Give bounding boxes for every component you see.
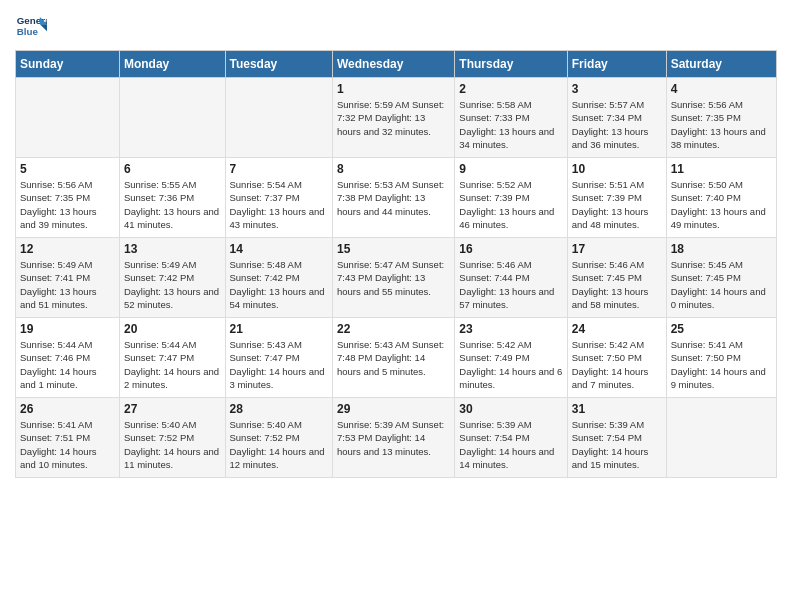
calendar-cell: 24Sunrise: 5:42 AM Sunset: 7:50 PM Dayli… — [567, 318, 666, 398]
calendar-cell: 14Sunrise: 5:48 AM Sunset: 7:42 PM Dayli… — [225, 238, 332, 318]
day-info: Sunrise: 5:53 AM Sunset: 7:38 PM Dayligh… — [337, 178, 450, 218]
calendar-cell: 5Sunrise: 5:56 AM Sunset: 7:35 PM Daylig… — [16, 158, 120, 238]
day-number: 15 — [337, 242, 450, 256]
day-number: 24 — [572, 322, 662, 336]
day-info: Sunrise: 5:51 AM Sunset: 7:39 PM Dayligh… — [572, 178, 662, 231]
day-number: 31 — [572, 402, 662, 416]
header-day-friday: Friday — [567, 51, 666, 78]
calendar-cell — [119, 78, 225, 158]
day-number: 2 — [459, 82, 562, 96]
day-number: 9 — [459, 162, 562, 176]
day-info: Sunrise: 5:45 AM Sunset: 7:45 PM Dayligh… — [671, 258, 772, 311]
week-row-4: 26Sunrise: 5:41 AM Sunset: 7:51 PM Dayli… — [16, 398, 777, 478]
calendar-cell: 29Sunrise: 5:39 AM Sunset: 7:53 PM Dayli… — [332, 398, 454, 478]
calendar-cell — [666, 398, 776, 478]
day-info: Sunrise: 5:49 AM Sunset: 7:41 PM Dayligh… — [20, 258, 115, 311]
svg-text:Blue: Blue — [17, 26, 39, 37]
calendar-cell: 8Sunrise: 5:53 AM Sunset: 7:38 PM Daylig… — [332, 158, 454, 238]
calendar-cell: 26Sunrise: 5:41 AM Sunset: 7:51 PM Dayli… — [16, 398, 120, 478]
calendar-cell: 19Sunrise: 5:44 AM Sunset: 7:46 PM Dayli… — [16, 318, 120, 398]
day-info: Sunrise: 5:44 AM Sunset: 7:47 PM Dayligh… — [124, 338, 221, 391]
calendar-cell: 28Sunrise: 5:40 AM Sunset: 7:52 PM Dayli… — [225, 398, 332, 478]
calendar-cell: 9Sunrise: 5:52 AM Sunset: 7:39 PM Daylig… — [455, 158, 567, 238]
calendar-table: SundayMondayTuesdayWednesdayThursdayFrid… — [15, 50, 777, 478]
day-info: Sunrise: 5:39 AM Sunset: 7:54 PM Dayligh… — [572, 418, 662, 471]
day-info: Sunrise: 5:42 AM Sunset: 7:49 PM Dayligh… — [459, 338, 562, 391]
calendar-cell: 2Sunrise: 5:58 AM Sunset: 7:33 PM Daylig… — [455, 78, 567, 158]
calendar-cell — [16, 78, 120, 158]
calendar-cell: 22Sunrise: 5:43 AM Sunset: 7:48 PM Dayli… — [332, 318, 454, 398]
day-number: 26 — [20, 402, 115, 416]
day-number: 6 — [124, 162, 221, 176]
day-number: 17 — [572, 242, 662, 256]
header-day-monday: Monday — [119, 51, 225, 78]
day-info: Sunrise: 5:52 AM Sunset: 7:39 PM Dayligh… — [459, 178, 562, 231]
day-number: 19 — [20, 322, 115, 336]
day-info: Sunrise: 5:39 AM Sunset: 7:53 PM Dayligh… — [337, 418, 450, 458]
day-number: 25 — [671, 322, 772, 336]
logo: General Blue — [15, 10, 51, 42]
calendar-body: 1Sunrise: 5:59 AM Sunset: 7:32 PM Daylig… — [16, 78, 777, 478]
calendar-cell: 15Sunrise: 5:47 AM Sunset: 7:43 PM Dayli… — [332, 238, 454, 318]
day-number: 21 — [230, 322, 328, 336]
day-info: Sunrise: 5:41 AM Sunset: 7:50 PM Dayligh… — [671, 338, 772, 391]
day-number: 1 — [337, 82, 450, 96]
calendar-cell: 7Sunrise: 5:54 AM Sunset: 7:37 PM Daylig… — [225, 158, 332, 238]
logo-icon: General Blue — [15, 10, 47, 42]
header-row: SundayMondayTuesdayWednesdayThursdayFrid… — [16, 51, 777, 78]
day-info: Sunrise: 5:56 AM Sunset: 7:35 PM Dayligh… — [20, 178, 115, 231]
week-row-1: 5Sunrise: 5:56 AM Sunset: 7:35 PM Daylig… — [16, 158, 777, 238]
day-info: Sunrise: 5:48 AM Sunset: 7:42 PM Dayligh… — [230, 258, 328, 311]
calendar-cell: 20Sunrise: 5:44 AM Sunset: 7:47 PM Dayli… — [119, 318, 225, 398]
calendar-cell: 4Sunrise: 5:56 AM Sunset: 7:35 PM Daylig… — [666, 78, 776, 158]
day-number: 22 — [337, 322, 450, 336]
calendar-cell: 12Sunrise: 5:49 AM Sunset: 7:41 PM Dayli… — [16, 238, 120, 318]
calendar-cell: 23Sunrise: 5:42 AM Sunset: 7:49 PM Dayli… — [455, 318, 567, 398]
header-day-thursday: Thursday — [455, 51, 567, 78]
day-number: 23 — [459, 322, 562, 336]
day-number: 4 — [671, 82, 772, 96]
day-info: Sunrise: 5:50 AM Sunset: 7:40 PM Dayligh… — [671, 178, 772, 231]
day-info: Sunrise: 5:40 AM Sunset: 7:52 PM Dayligh… — [230, 418, 328, 471]
day-info: Sunrise: 5:56 AM Sunset: 7:35 PM Dayligh… — [671, 98, 772, 151]
calendar-cell: 18Sunrise: 5:45 AM Sunset: 7:45 PM Dayli… — [666, 238, 776, 318]
calendar-cell: 16Sunrise: 5:46 AM Sunset: 7:44 PM Dayli… — [455, 238, 567, 318]
day-number: 8 — [337, 162, 450, 176]
day-info: Sunrise: 5:55 AM Sunset: 7:36 PM Dayligh… — [124, 178, 221, 231]
page-header: General Blue — [15, 10, 777, 42]
week-row-2: 12Sunrise: 5:49 AM Sunset: 7:41 PM Dayli… — [16, 238, 777, 318]
day-info: Sunrise: 5:44 AM Sunset: 7:46 PM Dayligh… — [20, 338, 115, 391]
header-day-saturday: Saturday — [666, 51, 776, 78]
header-day-tuesday: Tuesday — [225, 51, 332, 78]
week-row-3: 19Sunrise: 5:44 AM Sunset: 7:46 PM Dayli… — [16, 318, 777, 398]
day-number: 13 — [124, 242, 221, 256]
day-number: 27 — [124, 402, 221, 416]
day-number: 3 — [572, 82, 662, 96]
calendar-cell: 3Sunrise: 5:57 AM Sunset: 7:34 PM Daylig… — [567, 78, 666, 158]
day-number: 14 — [230, 242, 328, 256]
day-number: 16 — [459, 242, 562, 256]
calendar-cell: 11Sunrise: 5:50 AM Sunset: 7:40 PM Dayli… — [666, 158, 776, 238]
day-info: Sunrise: 5:59 AM Sunset: 7:32 PM Dayligh… — [337, 98, 450, 138]
day-number: 18 — [671, 242, 772, 256]
calendar-cell: 31Sunrise: 5:39 AM Sunset: 7:54 PM Dayli… — [567, 398, 666, 478]
day-info: Sunrise: 5:54 AM Sunset: 7:37 PM Dayligh… — [230, 178, 328, 231]
header-day-wednesday: Wednesday — [332, 51, 454, 78]
day-info: Sunrise: 5:57 AM Sunset: 7:34 PM Dayligh… — [572, 98, 662, 151]
day-info: Sunrise: 5:43 AM Sunset: 7:47 PM Dayligh… — [230, 338, 328, 391]
day-info: Sunrise: 5:40 AM Sunset: 7:52 PM Dayligh… — [124, 418, 221, 471]
day-info: Sunrise: 5:42 AM Sunset: 7:50 PM Dayligh… — [572, 338, 662, 391]
day-number: 10 — [572, 162, 662, 176]
day-number: 28 — [230, 402, 328, 416]
day-number: 20 — [124, 322, 221, 336]
day-number: 5 — [20, 162, 115, 176]
day-number: 29 — [337, 402, 450, 416]
day-info: Sunrise: 5:41 AM Sunset: 7:51 PM Dayligh… — [20, 418, 115, 471]
calendar-cell — [225, 78, 332, 158]
day-info: Sunrise: 5:43 AM Sunset: 7:48 PM Dayligh… — [337, 338, 450, 378]
calendar-header: SundayMondayTuesdayWednesdayThursdayFrid… — [16, 51, 777, 78]
calendar-cell: 21Sunrise: 5:43 AM Sunset: 7:47 PM Dayli… — [225, 318, 332, 398]
day-info: Sunrise: 5:46 AM Sunset: 7:45 PM Dayligh… — [572, 258, 662, 311]
header-day-sunday: Sunday — [16, 51, 120, 78]
calendar-cell: 13Sunrise: 5:49 AM Sunset: 7:42 PM Dayli… — [119, 238, 225, 318]
